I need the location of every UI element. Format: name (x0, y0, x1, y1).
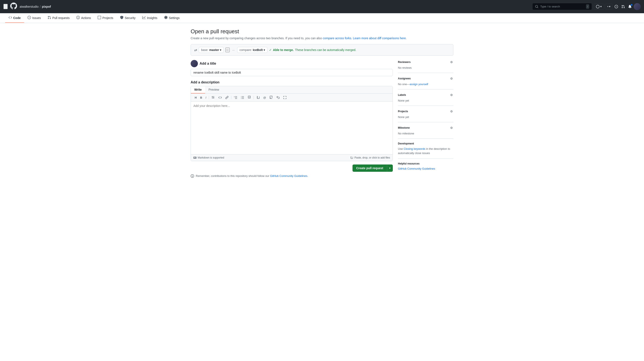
content-layout: Add a title Add a description Write Prev… (191, 60, 453, 178)
user-avatar[interactable] (634, 3, 640, 10)
nav-settings[interactable]: Settings (161, 13, 183, 23)
closing-keywords-link[interactable]: Closing keywords (404, 147, 426, 150)
heading-button[interactable]: H (194, 95, 198, 100)
search-shortcut: / (586, 4, 590, 9)
compare-label: compare: (240, 48, 252, 52)
insights-icon (142, 16, 146, 20)
projects-title: Projects (398, 110, 408, 113)
description-section: Add a description Write Preview H B I (191, 81, 393, 178)
page-subtitle: Create a new pull request by comparing c… (191, 37, 453, 40)
header-action-buttons: ▾ + ▾ (594, 3, 640, 10)
link-button[interactable] (224, 95, 230, 100)
development-text: Use Closing keywords in the description … (398, 147, 453, 155)
form-actions: Create pull request ▾ (191, 165, 393, 172)
attach-files-hint[interactable]: Paste, drop, or click to add files (350, 156, 390, 159)
editor-area[interactable] (191, 102, 392, 154)
italic-button[interactable]: I (204, 95, 208, 100)
github-logo[interactable] (10, 3, 17, 11)
create-pull-request-button[interactable]: Create pull request (352, 165, 387, 172)
labels-gear-button[interactable]: ⚙ (450, 93, 453, 97)
nav-security[interactable]: Security (117, 13, 139, 23)
copilot-button[interactable]: ▾ (594, 4, 604, 10)
nav-actions[interactable]: Actions (73, 13, 94, 23)
three-dots: ··· (232, 49, 234, 52)
merge-status-text: These branches can be automatically merg… (295, 48, 356, 52)
footer-note: Remember, contributions to this reposito… (191, 174, 393, 178)
preview-tab[interactable]: Preview (205, 86, 223, 94)
assignees-title: Assignees (398, 77, 411, 80)
description-textarea[interactable] (194, 104, 390, 151)
subtitle-suffix: . (406, 37, 407, 40)
milestone-title: Milestone (398, 126, 410, 129)
title-input[interactable] (191, 69, 393, 76)
search-box[interactable]: Type / to search / (532, 3, 592, 10)
page-title: Open a pull request (191, 28, 453, 35)
community-guidelines-sidebar-link[interactable]: GitHub Community Guidelines (398, 167, 435, 170)
milestone-gear-button[interactable]: ⚙ (450, 126, 453, 130)
labels-value: None yet (398, 99, 409, 102)
reviewers-title: Reviewers (398, 61, 410, 64)
fullscreen-button[interactable] (282, 95, 288, 100)
hamburger-button[interactable] (4, 4, 8, 9)
editor-footer: Markdown is supported Paste, drop, or cl… (191, 154, 392, 161)
labels-section: Labels ⚙ None yet (398, 89, 453, 106)
milestone-header: Milestone ⚙ (398, 126, 453, 130)
title-section: Add a title (191, 60, 393, 76)
create-pull-request-dropdown-button[interactable]: ▾ (387, 165, 393, 172)
base-chevron-icon: ▾ (220, 48, 221, 52)
actions-icon (76, 16, 80, 20)
nav-code-label: Code (13, 16, 21, 20)
code-button[interactable] (217, 95, 223, 100)
undo-button[interactable] (275, 95, 281, 100)
write-tab[interactable]: Write (191, 86, 205, 94)
new-button[interactable]: + ▾ (605, 4, 612, 10)
base-branch-name: master (209, 48, 219, 52)
compare-branch-selector[interactable]: compare: IceBolt ▾ (237, 47, 268, 53)
plus-icon: + (607, 5, 608, 8)
base-branch-selector[interactable]: base: master ▾ (199, 47, 224, 53)
unordered-list-button[interactable] (240, 95, 246, 100)
merge-status: ✓ Able to merge. These branches can be a… (269, 48, 356, 52)
nav-projects[interactable]: Projects (94, 13, 117, 23)
branch-comparison-bar: ⇄ base: master ▾ ← ··· compare: IceBolt … (191, 44, 453, 56)
owner-link[interactable]: aiwalkerstudio (20, 5, 38, 8)
reference-button[interactable] (268, 95, 274, 100)
editor-tabs: Write Preview (191, 86, 392, 94)
milestone-value: No milestone (398, 132, 414, 135)
repo-link[interactable]: pixpof (42, 5, 51, 8)
toolbar-separator-1 (209, 96, 209, 99)
nav-code[interactable]: Code (5, 13, 24, 23)
assignees-gear-button[interactable]: ⚙ (450, 76, 453, 81)
task-list-button[interactable] (246, 95, 252, 100)
compare-branch-name: IceBolt (253, 48, 263, 52)
security-icon (120, 16, 124, 20)
markdown-label: Markdown is supported (198, 156, 224, 159)
reviewers-gear-button[interactable]: ⚙ (450, 60, 453, 64)
projects-gear-button[interactable]: ⚙ (450, 109, 453, 114)
attach-button[interactable] (255, 95, 261, 100)
merge-bold-text: Able to merge. (273, 48, 294, 52)
ordered-list-button[interactable] (233, 95, 238, 100)
notifications-button[interactable] (627, 4, 633, 10)
learn-more-link[interactable]: Learn more about diff comparisons here (353, 37, 406, 40)
bold-button[interactable]: B (199, 95, 203, 100)
assign-yourself-link[interactable]: assign yourself (410, 83, 428, 86)
labels-title: Labels (398, 94, 406, 96)
compare-forks-link[interactable]: compare across forks. (323, 37, 352, 40)
quote-button[interactable] (210, 95, 216, 100)
projects-value: None yet (398, 115, 409, 119)
nav-pull-requests[interactable]: Pull requests (44, 13, 73, 23)
add-title-label: Add a title (200, 62, 216, 66)
search-placeholder: Type / to search (540, 5, 560, 8)
helpful-resources-section: Helpful resources GitHub Community Guide… (398, 159, 453, 174)
nav-issues[interactable]: Issues (24, 13, 44, 23)
reviewers-header: Reviewers ⚙ (398, 60, 453, 64)
nav-insights[interactable]: Insights (139, 13, 160, 23)
issues-button[interactable] (613, 4, 619, 10)
chevron-down-icon-new: ▾ (609, 5, 610, 8)
swap-branches-button[interactable]: ← (226, 48, 230, 52)
assignees-section: Assignees ⚙ No one—assign yourself (398, 73, 453, 89)
pull-requests-button[interactable] (620, 4, 626, 10)
mention-button[interactable]: @ (262, 95, 267, 100)
community-guidelines-link[interactable]: GitHub Community Guidelines (270, 174, 307, 178)
